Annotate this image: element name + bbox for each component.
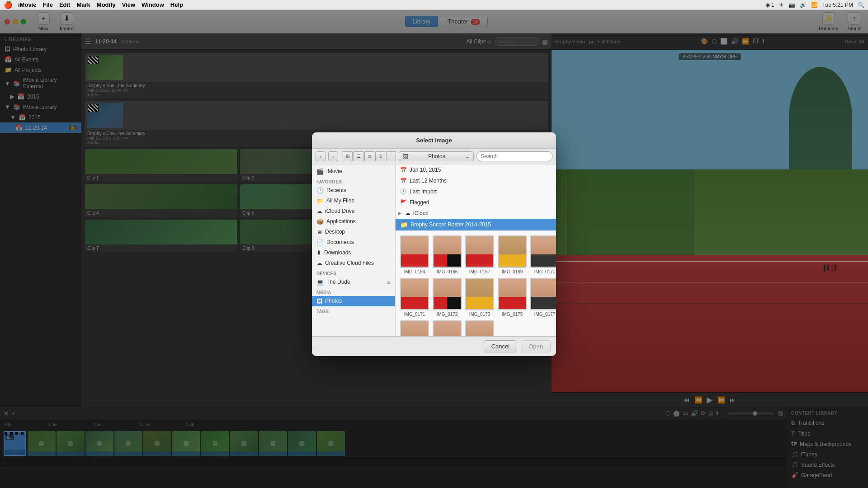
folder-label: Flagged (410, 199, 429, 206)
ds-item-recents[interactable]: 🕐 Recents (312, 185, 395, 196)
photo-thumb[interactable] (465, 235, 494, 268)
ds-media-label: Media (312, 287, 395, 296)
photo-face (401, 321, 428, 336)
icon-view-button[interactable]: ⊞ (343, 151, 353, 161)
folder-last-import[interactable]: 🕐 Last Import (396, 186, 556, 197)
ds-item-label: Documents (326, 239, 354, 245)
ds-item-all-my-files[interactable]: 📁 All My Files (312, 196, 395, 206)
location-button[interactable]: 🖼 Photos ⌄ (399, 151, 474, 161)
menu-modify[interactable]: Modify (97, 1, 116, 8)
photo-thumb[interactable] (400, 320, 429, 336)
photo-label: IMG_0175 (502, 312, 523, 317)
ds-item-label: iMovie (326, 168, 342, 174)
photo-label: IMG_0171 (404, 312, 425, 317)
folder-brophy-roster[interactable]: 📁 Brophy Soccer Roster 2014-2015 (396, 219, 556, 230)
folder-icloud[interactable]: ▶ ☁ iCloud (396, 208, 556, 219)
ds-item-creative-cloud[interactable]: ☁ Creative Cloud Files (312, 258, 395, 268)
ds-item-downloads[interactable]: ⬇ Downloads (312, 248, 395, 258)
photo-thumb[interactable]: IMG_0175 (498, 278, 527, 310)
forward-button[interactable]: › (328, 151, 338, 161)
menu-file[interactable]: File (42, 1, 52, 8)
photo-item[interactable] (433, 320, 462, 336)
downloads-icon: ⬇ (316, 249, 321, 256)
column-view-button[interactable]: ⧈ (364, 151, 374, 161)
ds-item-label: Desktop (325, 229, 345, 235)
photo-item[interactable]: IMG_0173 (465, 278, 494, 317)
open-button[interactable]: Open (521, 340, 551, 352)
folder-last-12-months[interactable]: 📅 Last 12 Months (396, 175, 556, 186)
photo-thumb[interactable] (433, 320, 462, 336)
dialog-sidebar: 🎬 iMovie Favorites 🕐 Recents 📁 All My Fi… (312, 164, 396, 336)
creative-cloud-icon: ☁ (316, 260, 322, 267)
camera-icon: 📷 (788, 2, 795, 8)
photo-face (466, 279, 493, 297)
sort-button[interactable]: ⋮ (386, 151, 396, 161)
photo-thumb[interactable] (498, 235, 527, 268)
audio-icon: 🔊 (800, 2, 807, 8)
photo-label: IMG_0172 (437, 312, 458, 317)
photo-thumb[interactable] (433, 235, 462, 268)
photo-shirt (401, 254, 428, 267)
status-icon: ◉ 1 (765, 2, 774, 8)
photo-item[interactable]: IMG_0177 (530, 278, 556, 317)
menu-help[interactable]: Help (170, 1, 183, 8)
applications-icon: 📦 (316, 218, 324, 225)
ds-item-label: Downloads (324, 249, 351, 256)
menu-edit[interactable]: Edit (59, 1, 71, 8)
photo-thumb[interactable] (465, 278, 494, 310)
folder-list: 📅 Jan 10, 2015 📅 Last 12 Months 🕐 Last I… (396, 164, 556, 231)
eject-icon[interactable]: ⏏ (387, 280, 391, 285)
photo-item[interactable]: IMG_0167 (465, 235, 494, 274)
photo-item[interactable]: IMG_0164 (400, 235, 429, 274)
photo-shirt (466, 254, 493, 267)
photo-item[interactable]: IMG_0172 (433, 278, 462, 317)
photo-item[interactable]: IMG_0175 IMG_0175 (498, 278, 527, 317)
photo-item[interactable]: IMG_0169 (498, 235, 527, 274)
back-button[interactable]: ‹ (316, 151, 326, 161)
ds-favorites-label: Favorites (312, 177, 395, 185)
ds-item-label: All My Files (326, 197, 354, 204)
list-view-button[interactable]: ☰ (354, 151, 363, 161)
photo-face (466, 236, 493, 255)
photo-item[interactable]: IMG_0170 (530, 235, 556, 274)
photo-face (466, 321, 493, 336)
ds-item-documents[interactable]: 📄 Documents (312, 237, 395, 248)
cancel-button[interactable]: Cancel (484, 340, 517, 352)
menu-mark[interactable]: Mark (76, 1, 90, 8)
dialog-search-input[interactable] (476, 151, 552, 161)
ds-item-icloud-drive[interactable]: ☁ iCloud Drive (312, 206, 395, 216)
ds-item-label: iCloud Drive (325, 208, 354, 214)
photo-face (531, 279, 556, 297)
menu-view[interactable]: View (122, 1, 135, 8)
spotlight-icon[interactable]: 🔍 (858, 2, 864, 8)
photo-item[interactable]: IMG_0166 (433, 235, 462, 274)
dialog-footer: Cancel Open (312, 336, 556, 356)
apple-menu[interactable]: 🍎 (4, 0, 13, 9)
menu-window[interactable]: Window (142, 1, 164, 8)
cover-view-button[interactable]: ⊡ (375, 151, 385, 161)
menubar-right: ◉ 1 ☀ 📷 🔊 📶 Tue 5:21 PM 🔍 (765, 2, 864, 8)
photo-item[interactable] (400, 320, 429, 336)
ds-item-the-dude[interactable]: 💻 The Dude ⏏ (312, 277, 395, 287)
photo-label: IMG_0177 (534, 312, 556, 317)
calendar2-folder-icon: 📅 (400, 178, 407, 184)
folder-flagged[interactable]: 🚩 Flagged (396, 197, 556, 208)
photo-thumb[interactable] (530, 235, 556, 268)
photo-face (434, 236, 461, 255)
ds-item-photos[interactable]: 🖼 Photos (312, 296, 395, 306)
folder-label: Last Import (410, 188, 437, 195)
photo-thumb[interactable] (400, 278, 429, 310)
menu-imovie[interactable]: iMovie (18, 1, 36, 8)
photo-shirt (531, 254, 556, 267)
device-icon: 💻 (316, 279, 324, 286)
photo-item[interactable]: IMG_0171 (400, 278, 429, 317)
ds-item-imovie[interactable]: 🎬 iMovie (312, 166, 395, 177)
photo-thumb[interactable] (465, 320, 494, 336)
ds-item-applications[interactable]: 📦 Applications (312, 216, 395, 227)
photo-thumb[interactable] (433, 278, 462, 310)
photo-item[interactable] (465, 320, 494, 336)
photo-thumb[interactable] (530, 278, 556, 310)
folder-jan-2015[interactable]: 📅 Jan 10, 2015 (396, 164, 556, 175)
ds-item-desktop[interactable]: 🖥 Desktop (312, 227, 395, 237)
photo-thumb[interactable] (400, 235, 429, 268)
